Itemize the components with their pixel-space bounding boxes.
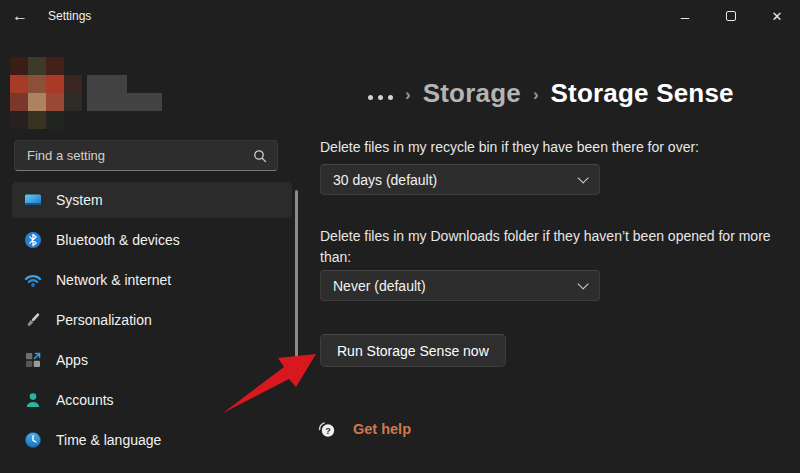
get-help-icon: ? [317,419,337,439]
sidebar-item-label: Network & internet [56,272,171,288]
breadcrumb-storage-link[interactable]: Storage [423,78,521,109]
recycle-bin-dropdown[interactable]: 30 days (default) [320,164,600,195]
back-arrow-icon: ← [12,7,28,25]
maximize-icon [726,11,736,21]
find-a-setting-searchbox[interactable] [14,140,278,171]
accounts-person-icon [24,391,42,409]
sidebar-item-personalization[interactable]: Personalization [12,302,292,338]
breadcrumb: › Storage › Storage Sense [320,78,734,109]
minimize-icon: – [681,8,689,25]
window-title: Settings [48,9,91,23]
downloads-setting-label: Delete files in my Downloads folder if t… [320,226,792,268]
chevron-right-icon: › [405,83,411,105]
recycle-bin-setting-label: Delete files in my recycle bin if they h… [320,137,792,158]
window-controls: – ✕ [662,0,800,32]
page-title: Storage Sense [551,78,734,109]
user-name-redacted [87,75,127,93]
sidebar-item-apps[interactable]: Apps [12,342,292,378]
apps-icon [24,351,42,369]
back-button[interactable]: ← [0,0,40,32]
maximize-button[interactable] [708,0,754,32]
chevron-down-icon [577,172,588,183]
close-button[interactable]: ✕ [754,0,800,32]
sidebar-item-accounts[interactable]: Accounts [12,382,292,418]
sidebar-item-bluetooth-devices[interactable]: Bluetooth & devices [12,222,292,258]
system-icon [24,191,42,209]
get-help-row[interactable]: ? Get help [317,419,411,439]
settings-sidebar: System Bluetooth & devices Network & int… [0,32,310,473]
time-language-clock-icon [24,431,42,449]
sidebar-item-label: Personalization [56,312,152,328]
recycle-bin-dropdown-value: 30 days (default) [333,172,437,188]
sidebar-item-system[interactable]: System [12,182,292,218]
user-avatar-redacted[interactable] [10,57,170,129]
sidebar-item-label: System [56,192,103,208]
titlebar: ← Settings – ✕ [0,0,800,32]
storage-sense-page: › Storage › Storage Sense Delete files i… [320,32,800,473]
get-help-link[interactable]: Get help [353,421,411,437]
search-input[interactable] [27,148,253,163]
sidebar-item-label: Time & language [56,432,161,448]
network-wifi-icon [24,271,42,289]
sidebar-item-time-language[interactable]: Time & language [12,422,292,458]
sidebar-item-label: Accounts [56,392,114,408]
minimize-button[interactable]: – [662,0,708,32]
sidebar-item-label: Bluetooth & devices [56,232,180,248]
downloads-dropdown[interactable]: Never (default) [320,270,600,301]
personalization-brush-icon [24,311,42,329]
sidebar-item-label: Apps [56,352,88,368]
user-email-redacted [87,93,162,111]
sidebar-scrollbar[interactable] [295,190,298,362]
sidebar-nav: System Bluetooth & devices Network & int… [0,182,310,462]
svg-text:?: ? [325,426,331,436]
breadcrumb-ellipsis-button[interactable] [368,87,393,100]
downloads-dropdown-value: Never (default) [333,278,426,294]
chevron-right-icon: › [533,83,539,105]
close-icon: ✕ [772,9,783,24]
run-storage-sense-button[interactable]: Run Storage Sense now [320,334,506,367]
sidebar-item-network-internet[interactable]: Network & internet [12,262,292,298]
search-icon [253,149,267,163]
bluetooth-icon [24,231,42,249]
chevron-down-icon [577,278,588,289]
